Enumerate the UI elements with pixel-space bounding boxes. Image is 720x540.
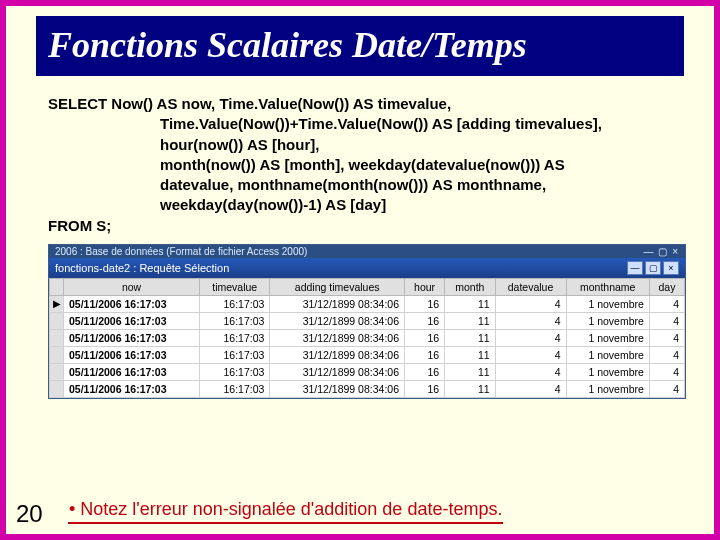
row-marker <box>50 312 64 329</box>
cell-day: 4 <box>649 295 684 312</box>
cell-monthname: 1 novembre <box>566 312 649 329</box>
table-row: 05/11/2006 16:17:0316:17:0331/12/1899 08… <box>50 312 685 329</box>
cell-timevalue: 16:17:03 <box>200 295 270 312</box>
cell-adding: 31/12/1899 08:34:06 <box>270 329 405 346</box>
col-now: now <box>64 278 200 295</box>
cell-now: 05/11/2006 16:17:03 <box>64 312 200 329</box>
db-title-text: 2006 : Base de données (Format de fichie… <box>55 246 307 257</box>
cell-day: 4 <box>649 346 684 363</box>
query-titlebar: fonctions-date2 : Requête Sélection — ▢ … <box>49 258 685 278</box>
cell-now: 05/11/2006 16:17:03 <box>64 295 200 312</box>
sql-line-2: Time.Value(Now())+Time.Value(Now()) AS [… <box>48 114 602 134</box>
slide: Fonctions Scalaires Date/Temps SELECT No… <box>6 6 714 534</box>
cell-hour: 16 <box>405 363 445 380</box>
cell-datevalue: 4 <box>495 329 566 346</box>
cell-day: 4 <box>649 363 684 380</box>
error-note: • Notez l'erreur non-signalée d'addition… <box>68 497 503 524</box>
sql-line-3: hour(now()) AS [hour], <box>48 135 319 155</box>
cell-now: 05/11/2006 16:17:03 <box>64 329 200 346</box>
cell-adding: 31/12/1899 08:34:06 <box>270 295 405 312</box>
cell-monthname: 1 novembre <box>566 363 649 380</box>
cell-day: 4 <box>649 312 684 329</box>
cell-hour: 16 <box>405 329 445 346</box>
cell-hour: 16 <box>405 380 445 397</box>
minimize-icon[interactable]: — <box>627 261 643 275</box>
cell-timevalue: 16:17:03 <box>200 380 270 397</box>
table-row: 05/11/2006 16:17:0316:17:0331/12/1899 08… <box>50 346 685 363</box>
cell-hour: 16 <box>405 295 445 312</box>
cell-month: 11 <box>445 295 495 312</box>
result-grid: now timevalue adding timevalues hour mon… <box>49 278 685 398</box>
cell-hour: 16 <box>405 312 445 329</box>
cell-timevalue: 16:17:03 <box>200 312 270 329</box>
cell-now: 05/11/2006 16:17:03 <box>64 380 200 397</box>
sql-line-1: SELECT Now() AS now, Time.Value(Now()) A… <box>48 94 688 114</box>
query-title-text: fonctions-date2 : Requête Sélection <box>55 262 229 274</box>
col-timevalue: timevalue <box>200 278 270 295</box>
cell-now: 05/11/2006 16:17:03 <box>64 363 200 380</box>
cell-monthname: 1 novembre <box>566 346 649 363</box>
col-monthname: monthname <box>566 278 649 295</box>
sql-line-5: datevalue, monthname(month(now())) AS mo… <box>48 175 546 195</box>
access-window: 2006 : Base de données (Format de fichie… <box>48 244 686 399</box>
cell-datevalue: 4 <box>495 295 566 312</box>
cell-now: 05/11/2006 16:17:03 <box>64 346 200 363</box>
header-row: now timevalue adding timevalues hour mon… <box>50 278 685 295</box>
cell-monthname: 1 novembre <box>566 329 649 346</box>
cell-timevalue: 16:17:03 <box>200 329 270 346</box>
cell-datevalue: 4 <box>495 312 566 329</box>
table-row: ▶05/11/2006 16:17:0316:17:0331/12/1899 0… <box>50 295 685 312</box>
row-marker <box>50 363 64 380</box>
table-row: 05/11/2006 16:17:0316:17:0331/12/1899 08… <box>50 380 685 397</box>
db-titlebar: 2006 : Base de données (Format de fichie… <box>49 245 685 258</box>
row-marker <box>50 346 64 363</box>
cell-timevalue: 16:17:03 <box>200 346 270 363</box>
col-adding: adding timevalues <box>270 278 405 295</box>
cell-adding: 31/12/1899 08:34:06 <box>270 346 405 363</box>
cell-datevalue: 4 <box>495 346 566 363</box>
maximize-icon[interactable]: ▢ <box>645 261 661 275</box>
cell-month: 11 <box>445 312 495 329</box>
cell-day: 4 <box>649 380 684 397</box>
cell-adding: 31/12/1899 08:34:06 <box>270 312 405 329</box>
cell-datevalue: 4 <box>495 380 566 397</box>
cell-month: 11 <box>445 329 495 346</box>
row-marker: ▶ <box>50 295 64 312</box>
cell-month: 11 <box>445 380 495 397</box>
col-datevalue: datevalue <box>495 278 566 295</box>
col-rowselector <box>50 278 64 295</box>
sql-line-6: weekday(day(now())-1) AS [day] <box>48 195 386 215</box>
cell-monthname: 1 novembre <box>566 295 649 312</box>
db-controls-icon: — ▢ × <box>644 246 679 257</box>
cell-datevalue: 4 <box>495 363 566 380</box>
row-marker <box>50 380 64 397</box>
table-row: 05/11/2006 16:17:0316:17:0331/12/1899 08… <box>50 329 685 346</box>
cell-adding: 31/12/1899 08:34:06 <box>270 363 405 380</box>
sql-line-7: FROM S; <box>48 216 688 236</box>
cell-timevalue: 16:17:03 <box>200 363 270 380</box>
col-day: day <box>649 278 684 295</box>
slide-title: Fonctions Scalaires Date/Temps <box>36 16 684 76</box>
page-number: 20 <box>16 500 43 528</box>
cell-month: 11 <box>445 363 495 380</box>
cell-monthname: 1 novembre <box>566 380 649 397</box>
cell-day: 4 <box>649 329 684 346</box>
table-row: 05/11/2006 16:17:0316:17:0331/12/1899 08… <box>50 363 685 380</box>
cell-hour: 16 <box>405 346 445 363</box>
row-marker <box>50 329 64 346</box>
col-hour: hour <box>405 278 445 295</box>
cell-month: 11 <box>445 346 495 363</box>
sql-code-block: SELECT Now() AS now, Time.Value(Now()) A… <box>48 94 688 236</box>
sql-line-4: month(now()) AS [month], weekday(dateval… <box>48 155 565 175</box>
cell-adding: 31/12/1899 08:34:06 <box>270 380 405 397</box>
close-icon[interactable]: × <box>663 261 679 275</box>
col-month: month <box>445 278 495 295</box>
